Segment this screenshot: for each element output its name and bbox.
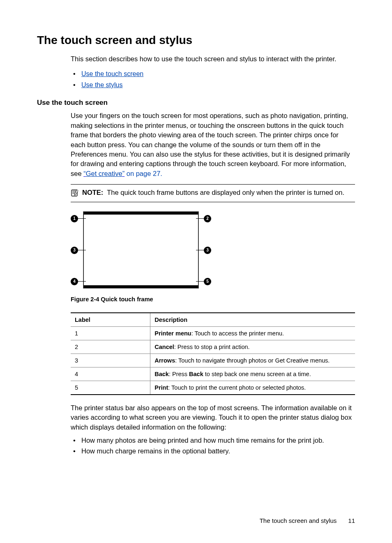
closing-paragraph: The printer status bar also appears on t…	[71, 403, 355, 432]
link-use-touch-screen[interactable]: Use the touch screen	[81, 70, 143, 77]
cell-label: 5	[71, 381, 150, 395]
cell-label: 2	[71, 340, 150, 354]
cell-desc: Back: Press Back to step back one menu s…	[150, 367, 355, 381]
svg-rect-1	[88, 215, 93, 221]
svg-rect-4	[190, 279, 192, 281]
section-paragraph: Use your fingers on the touch screen for…	[71, 111, 355, 178]
callout-3-right: 3	[204, 247, 211, 254]
svg-rect-2	[92, 217, 94, 220]
list-item: Use the stylus	[71, 79, 355, 90]
cancel-icon	[187, 215, 196, 223]
note-box: NOTE: The quick touch frame buttons are …	[71, 184, 355, 202]
footer-page-number: 11	[348, 517, 355, 524]
callout-5: 5	[204, 278, 211, 285]
section-heading: Use the touch screen	[37, 99, 355, 107]
cell-label: 4	[71, 367, 150, 381]
callout-1: 1	[71, 215, 78, 222]
arrow-right-icon	[187, 246, 196, 255]
list-item: How many photos are being printed and ho…	[71, 435, 355, 446]
callout-3-left: 3	[71, 247, 78, 254]
cell-desc: Print: Touch to print the current photo …	[150, 381, 355, 395]
cell-label: 1	[71, 326, 150, 340]
quick-touch-frame-diagram: 1 2 3 3 4 5	[71, 211, 211, 289]
print-icon	[187, 277, 196, 286]
list-item: How much charge remains in the optional …	[71, 446, 355, 457]
table-header-label: Label	[71, 313, 150, 327]
printer-menu-icon	[86, 215, 95, 223]
paragraph-tail: on page 27.	[125, 170, 162, 177]
description-table: Label Description 1 Printer menu: Touch …	[71, 312, 355, 395]
intro-paragraph: This section describes how to use the to…	[71, 54, 355, 64]
table-row: 1 Printer menu: Touch to access the prin…	[71, 326, 355, 340]
note-label: NOTE:	[82, 189, 103, 196]
list-item: Use the touch screen	[71, 68, 355, 79]
arrow-left-icon	[85, 246, 95, 255]
table-header-description: Description	[150, 313, 355, 327]
link-get-creative[interactable]: “Get creative”	[83, 170, 125, 177]
cell-desc: Printer menu: Touch to access the printe…	[150, 326, 355, 340]
paragraph-text: Use your fingers on the touch screen for…	[71, 112, 350, 177]
cell-desc: Arrows: Touch to navigate through photos…	[150, 354, 355, 367]
callout-2: 2	[204, 215, 211, 222]
table-row: 3 Arrows: Touch to navigate through phot…	[71, 354, 355, 367]
page-footer: The touch screen and stylus11	[260, 517, 355, 524]
note-icon	[71, 189, 79, 197]
footer-title: The touch screen and stylus	[260, 517, 337, 524]
link-use-stylus[interactable]: Use the stylus	[81, 81, 122, 88]
callout-4: 4	[71, 278, 78, 285]
closing-bullet-list: How many photos are being printed and ho…	[71, 435, 355, 456]
cell-label: 3	[71, 354, 150, 367]
figure-caption: Figure 2-4 Quick touch frame	[71, 296, 355, 303]
table-row: 4 Back: Press Back to step back one menu…	[71, 367, 355, 381]
frame-inner	[84, 215, 198, 285]
cell-desc: Cancel: Press to stop a print action.	[150, 340, 355, 354]
back-icon	[85, 277, 95, 286]
note-text: NOTE: The quick touch frame buttons are …	[82, 188, 344, 197]
note-body: The quick touch frame buttons are displa…	[107, 189, 344, 196]
table-row: 5 Print: Touch to print the current phot…	[71, 381, 355, 395]
link-list: Use the touch screen Use the stylus	[71, 68, 355, 90]
page-title: The touch screen and stylus	[37, 34, 355, 47]
table-row: 2 Cancel: Press to stop a print action.	[71, 340, 355, 354]
